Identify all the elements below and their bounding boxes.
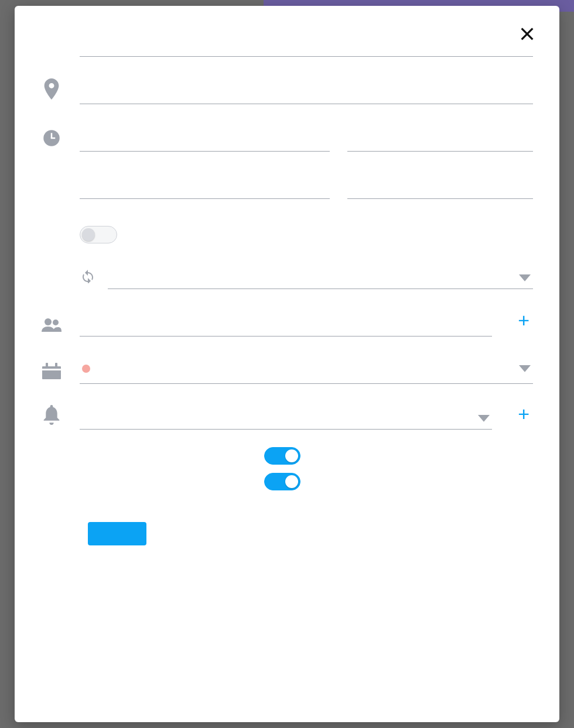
repeat-select[interactable] [108, 270, 533, 289]
svg-point-5 [45, 318, 52, 325]
end-time-input[interactable] [347, 171, 533, 199]
chevron-down-icon [519, 365, 531, 373]
close-icon[interactable] [515, 22, 539, 46]
location-icon [41, 78, 62, 104]
svg-rect-3 [51, 133, 53, 138]
event-editor-modal: + + [15, 6, 559, 722]
svg-rect-7 [42, 366, 61, 379]
calendar-select[interactable] [80, 356, 533, 384]
svg-rect-8 [46, 363, 48, 368]
bell-icon [41, 405, 62, 430]
invitees-input[interactable] [80, 309, 492, 336]
repeat-icon [80, 269, 96, 289]
notif-mobile-desktop-toggle[interactable] [264, 473, 300, 490]
add-notification-button[interactable]: + [517, 404, 533, 430]
start-time-input[interactable] [347, 124, 533, 152]
save-button[interactable] [88, 522, 146, 545]
calendar-icon [41, 363, 62, 384]
chevron-down-icon [478, 415, 490, 423]
end-date-input[interactable] [80, 171, 330, 199]
chevron-down-icon [519, 274, 531, 283]
invitees-icon [41, 318, 62, 336]
add-invitee-button[interactable]: + [517, 310, 533, 336]
location-input[interactable] [80, 77, 533, 104]
svg-rect-9 [55, 363, 57, 368]
calendar-color-dot [82, 365, 90, 373]
notification-select[interactable] [80, 410, 492, 430]
start-date-input[interactable] [80, 124, 330, 152]
svg-point-6 [53, 320, 59, 325]
notif-email-toggle[interactable] [264, 447, 300, 465]
clock-icon [41, 129, 62, 152]
svg-rect-4 [51, 138, 56, 139]
svg-rect-10 [42, 369, 61, 370]
event-title-input[interactable] [80, 29, 533, 57]
all-day-toggle[interactable] [80, 226, 117, 243]
